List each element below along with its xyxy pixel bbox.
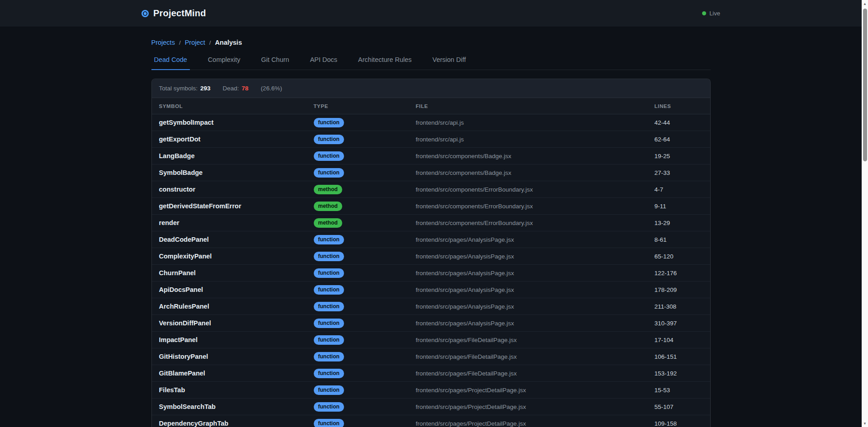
- file-path: frontend/src/components/ErrorBoundary.js…: [416, 220, 655, 226]
- tab-architecture-rules[interactable]: Architecture Rules: [355, 55, 414, 70]
- breadcrumb-separator: /: [179, 39, 181, 46]
- line-range: 13-29: [655, 220, 703, 226]
- live-status-label: Live: [709, 10, 720, 17]
- type-cell: function: [314, 235, 416, 244]
- line-range: 55-107: [655, 404, 703, 410]
- breadcrumb-current-analysis: Analysis: [215, 39, 242, 46]
- type-cell: function: [314, 369, 416, 378]
- table-row[interactable]: DeadCodePanelfunctionfrontend/src/pages/…: [152, 231, 710, 248]
- total-symbols-stat: Total symbols: 293: [159, 85, 211, 92]
- vertical-scrollbar[interactable]: ▲ ▼: [862, 0, 868, 427]
- line-range: 9-11: [655, 203, 703, 210]
- table-row[interactable]: getSymbolImpactfunctionfrontend/src/api.…: [152, 114, 710, 131]
- symbol-name: constructor: [159, 186, 314, 193]
- file-path: frontend/src/api.js: [416, 136, 655, 143]
- type-badge-method: method: [314, 185, 342, 194]
- page-viewport: ProjectMind Live Projects / Project / An…: [0, 0, 862, 427]
- symbol-name: GitBlamePanel: [159, 370, 314, 377]
- table-row[interactable]: GitBlamePanelfunctionfrontend/src/pages/…: [152, 365, 710, 382]
- type-cell: function: [314, 285, 416, 295]
- type-cell: method: [314, 202, 416, 211]
- table-row[interactable]: constructormethodfrontend/src/components…: [152, 181, 710, 198]
- tab-api-docs[interactable]: API Docs: [307, 55, 340, 70]
- type-cell: function: [314, 252, 416, 261]
- symbol-name: DeadCodePanel: [159, 236, 314, 243]
- type-badge-function: function: [314, 335, 344, 345]
- file-path: frontend/src/pages/AnalysisPage.jsx: [416, 253, 655, 260]
- table-row[interactable]: getExportDotfunctionfrontend/src/api.js6…: [152, 131, 710, 148]
- symbol-name: DependencyGraphTab: [159, 420, 314, 427]
- table-row[interactable]: ImpactPanelfunctionfrontend/src/pages/Fi…: [152, 332, 710, 348]
- line-range: 27-33: [655, 169, 703, 176]
- type-badge-method: method: [314, 202, 342, 211]
- type-badge-function: function: [314, 252, 344, 261]
- file-path: frontend/src/pages/FileDetailPage.jsx: [416, 370, 655, 377]
- symbol-name: LangBadge: [159, 152, 314, 160]
- file-path: frontend/src/components/ErrorBoundary.js…: [416, 186, 655, 193]
- line-range: 153-192: [655, 370, 703, 377]
- line-range: 15-53: [655, 387, 703, 394]
- table-row[interactable]: GitHistoryPanelfunctionfrontend/src/page…: [152, 348, 710, 365]
- table-row[interactable]: ArchRulesPanelfunctionfrontend/src/pages…: [152, 298, 710, 315]
- line-range: 106-151: [655, 353, 703, 360]
- line-range: 17-104: [655, 337, 703, 343]
- tab-git-churn[interactable]: Git Churn: [259, 55, 292, 70]
- scrollbar-up-arrow-icon[interactable]: ▲: [862, 0, 868, 7]
- type-badge-function: function: [314, 419, 344, 427]
- line-range: 19-25: [655, 153, 703, 160]
- symbol-name: ImpactPanel: [159, 336, 314, 343]
- symbol-name: GitHistoryPanel: [159, 353, 314, 360]
- total-symbols-value: 293: [200, 85, 211, 92]
- file-path: frontend/src/components/Badge.jsx: [416, 153, 655, 160]
- file-path: frontend/src/pages/AnalysisPage.jsx: [416, 303, 655, 310]
- symbol-name: ApiDocsPanel: [159, 286, 314, 293]
- tab-version-diff[interactable]: Version Diff: [430, 55, 469, 70]
- table-row[interactable]: FilesTabfunctionfrontend/src/pages/Proje…: [152, 382, 710, 399]
- type-badge-function: function: [314, 402, 344, 412]
- type-badge-function: function: [314, 168, 344, 178]
- line-range: 42-44: [655, 119, 703, 126]
- table-row[interactable]: DependencyGraphTabfunctionfrontend/src/p…: [152, 415, 710, 427]
- type-cell: function: [314, 335, 416, 345]
- symbol-name: SymbolSearchTab: [159, 403, 314, 410]
- table-row[interactable]: LangBadgefunctionfrontend/src/components…: [152, 148, 710, 164]
- scrollbar-down-arrow-icon[interactable]: ▼: [862, 420, 868, 427]
- table-row[interactable]: ChurnPanelfunctionfrontend/src/pages/Ana…: [152, 265, 710, 282]
- table-row[interactable]: ApiDocsPanelfunctionfrontend/src/pages/A…: [152, 282, 710, 298]
- file-path: frontend/src/components/Badge.jsx: [416, 169, 655, 176]
- type-cell: function: [314, 268, 416, 278]
- app-title: ProjectMind: [153, 8, 206, 19]
- tab-dead-code[interactable]: Dead Code: [151, 55, 190, 70]
- live-status-badge: Live: [702, 10, 720, 17]
- symbol-name: getExportDot: [159, 136, 314, 143]
- line-range: 178-209: [655, 286, 703, 293]
- breadcrumb-link-project[interactable]: Project: [185, 39, 205, 46]
- type-cell: function: [314, 168, 416, 178]
- dead-symbols-stat: Dead: 78: [223, 85, 249, 92]
- type-badge-function: function: [314, 235, 344, 244]
- breadcrumb-link-projects[interactable]: Projects: [151, 39, 175, 46]
- table-row[interactable]: rendermethodfrontend/src/components/Erro…: [152, 215, 710, 231]
- type-badge-function: function: [314, 385, 344, 395]
- symbol-name: getSymbolImpact: [159, 119, 314, 126]
- type-badge-method: method: [314, 218, 342, 228]
- symbol-name: VersionDiffPanel: [159, 319, 314, 327]
- type-cell: function: [314, 402, 416, 412]
- table-row[interactable]: SymbolSearchTabfunctionfrontend/src/page…: [152, 399, 710, 415]
- table-row[interactable]: VersionDiffPanelfunctionfrontend/src/pag…: [152, 315, 710, 332]
- line-range: 109-158: [655, 420, 703, 427]
- table-row[interactable]: getDerivedStateFromErrormethodfrontend/s…: [152, 198, 710, 215]
- scrollbar-thumb[interactable]: [863, 9, 867, 161]
- file-path: frontend/src/pages/FileDetailPage.jsx: [416, 353, 655, 360]
- line-range: 8-61: [655, 236, 703, 243]
- file-path: frontend/src/pages/AnalysisPage.jsx: [416, 286, 655, 293]
- table-row[interactable]: ComplexityPanelfunctionfrontend/src/page…: [152, 248, 710, 265]
- dead-symbols-label: Dead:: [223, 85, 239, 92]
- table-row[interactable]: SymbolBadgefunctionfrontend/src/componen…: [152, 164, 710, 181]
- type-badge-function: function: [314, 118, 344, 127]
- brand: ProjectMind: [142, 8, 206, 19]
- tab-complexity[interactable]: Complexity: [205, 55, 243, 70]
- file-path: frontend/src/pages/ProjectDetailPage.jsx: [416, 420, 655, 427]
- type-cell: function: [314, 118, 416, 127]
- total-symbols-label: Total symbols:: [159, 85, 198, 92]
